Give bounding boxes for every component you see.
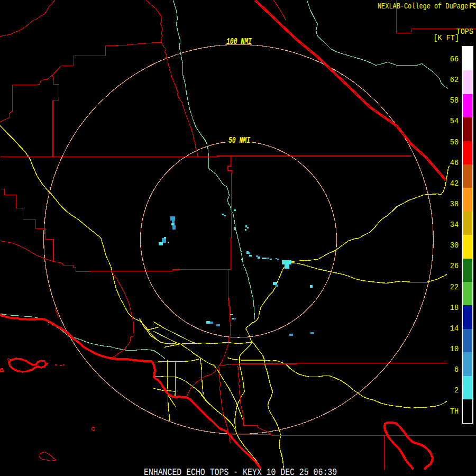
svg-text:10: 10 bbox=[450, 344, 459, 353]
svg-text:66: 66 bbox=[450, 54, 459, 63]
svg-text:18: 18 bbox=[450, 303, 459, 312]
svg-text:14: 14 bbox=[450, 324, 459, 333]
svg-text:30: 30 bbox=[450, 241, 459, 250]
svg-text:46: 46 bbox=[450, 158, 459, 167]
svg-text:TH: TH bbox=[450, 407, 459, 416]
svg-text:2: 2 bbox=[454, 386, 459, 395]
svg-text:38: 38 bbox=[450, 199, 459, 208]
svg-text:50: 50 bbox=[450, 138, 459, 147]
svg-text:22: 22 bbox=[450, 282, 459, 291]
svg-text:42: 42 bbox=[450, 179, 459, 188]
svg-text:6: 6 bbox=[454, 365, 459, 374]
svg-text:54: 54 bbox=[450, 117, 459, 126]
svg-text:50 NMI: 50 NMI bbox=[228, 135, 250, 145]
svg-text:NEXLAB-College of DuPage: NEXLAB-College of DuPage bbox=[378, 2, 468, 11]
svg-text:[K FT]: [K FT] bbox=[433, 33, 459, 42]
svg-text:ENHANCED ECHO TOPS - KEYX 10 D: ENHANCED ECHO TOPS - KEYX 10 DEC 25 06:3… bbox=[144, 467, 337, 476]
svg-text:34: 34 bbox=[450, 220, 459, 229]
svg-text:100 NMI: 100 NMI bbox=[226, 36, 252, 47]
svg-text:26: 26 bbox=[450, 262, 459, 271]
svg-text:58: 58 bbox=[450, 96, 459, 105]
svg-text:62: 62 bbox=[450, 75, 459, 84]
